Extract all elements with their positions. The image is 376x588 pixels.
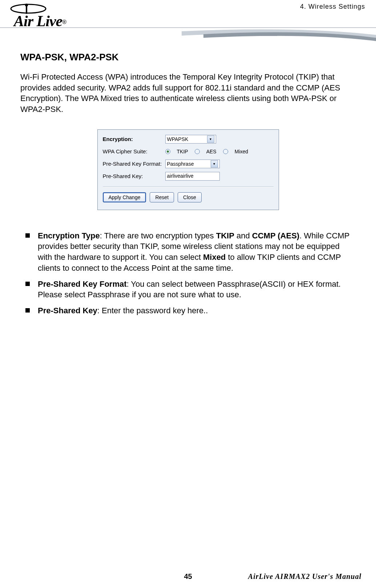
chapter-label: 4. Wireless Settings: [300, 3, 365, 11]
term-encryption-type: Encryption Type: [38, 231, 100, 240]
dialog-button-row: Apply Change Reset Close: [103, 192, 274, 202]
page-header: 4. Wireless Settings Air Live®: [0, 0, 376, 40]
psk-value: airliveairlive: [167, 173, 194, 179]
intro-paragraph: Wi-Fi Protected Access (WPA) introduces …: [20, 72, 356, 115]
term-mixed: Mixed: [203, 253, 226, 262]
bullet-list: Encryption Type: There are two encryptio…: [20, 230, 356, 316]
radio-mixed-label: Mixed: [235, 149, 248, 154]
text-fragment: and: [234, 231, 252, 240]
psk-input[interactable]: airliveairlive: [165, 172, 220, 181]
cipher-radio-group: TKIP AES Mixed: [165, 149, 248, 154]
term-tkip: TKIP: [216, 231, 234, 240]
logo-registered: ®: [62, 19, 66, 25]
svg-point-0: [11, 4, 46, 13]
encryption-label: Encryption:: [103, 136, 165, 142]
bullet-psk: Pre-Shared Key: Enter the password key h…: [20, 305, 356, 316]
psk-format-select[interactable]: Passphrase ▾: [165, 160, 220, 168]
bullet-encryption-type: Encryption Type: There are two encryptio…: [20, 230, 356, 274]
page-footer: 45 AirLive AIRMAX2 User's Manual: [0, 572, 376, 581]
psk-format-label: Pre-Shared Key Format:: [103, 161, 165, 167]
header-swoosh: [0, 25, 376, 41]
psk-format-value: Passphrase: [167, 161, 194, 167]
term-psk: Pre-Shared Key: [38, 306, 97, 315]
reset-button[interactable]: Reset: [150, 192, 174, 202]
encryption-select[interactable]: WPAPSK ▾: [165, 135, 216, 144]
dialog-screenshot: Encryption: WPAPSK ▾ WPA Cipher Suite: T…: [20, 129, 356, 210]
main-content: WPA-PSK, WPA2-PSK Wi-Fi Protected Access…: [0, 40, 376, 316]
radio-tkip[interactable]: [165, 149, 170, 154]
term-ccmp: CCMP (AES): [252, 231, 299, 240]
radio-tkip-label: TKIP: [177, 149, 188, 154]
radio-aes[interactable]: [195, 149, 200, 154]
text-fragment: : Enter the password key here..: [97, 306, 208, 315]
close-button[interactable]: Close: [178, 192, 202, 202]
bullet-psk-format: Pre-Shared Key Format: You can select be…: [20, 279, 356, 300]
chevron-down-icon: ▾: [207, 136, 214, 143]
radio-aes-label: AES: [206, 149, 217, 154]
section-title: WPA-PSK, WPA2-PSK: [20, 52, 356, 63]
cipher-label: WPA Cipher Suite:: [103, 148, 165, 154]
svg-point-2: [25, 4, 28, 7]
dialog-separator: [103, 186, 274, 187]
manual-title: AirLive AIRMAX2 User's Manual: [248, 572, 361, 581]
encryption-dialog: Encryption: WPAPSK ▾ WPA Cipher Suite: T…: [97, 129, 279, 210]
text-fragment: : There are two encryption types: [100, 231, 216, 240]
radio-mixed[interactable]: [223, 149, 228, 154]
psk-label: Pre-Shared Key:: [103, 173, 165, 179]
chevron-down-icon: ▾: [211, 160, 218, 168]
term-psk-format: Pre-Shared Key Format: [38, 279, 127, 289]
encryption-value: WPAPSK: [167, 136, 189, 142]
apply-change-button[interactable]: Apply Change: [103, 192, 146, 202]
